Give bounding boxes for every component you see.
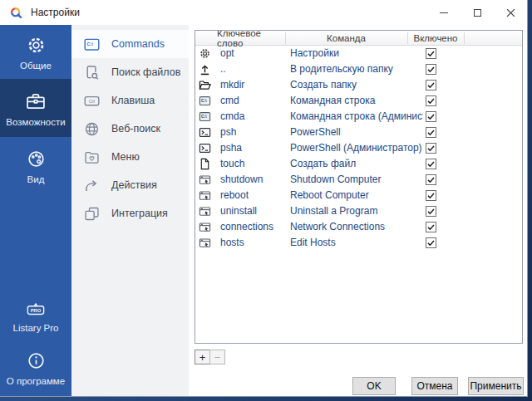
- table-row[interactable]: shutdown Shutdown Computer: [195, 172, 522, 188]
- row-enabled-checkbox[interactable]: [426, 143, 436, 154]
- row-keyword: ..: [220, 61, 226, 77]
- row-keyword: cmd: [220, 93, 239, 109]
- table-row[interactable]: touch Создать файл: [195, 156, 522, 172]
- ps-row-icon: [198, 141, 212, 155]
- cmd-row-icon: C:\: [198, 94, 212, 108]
- row-enabled-checkbox[interactable]: [426, 190, 436, 201]
- subnav: C:\ Commands Поиск файлов Ctrl Клавиша: [71, 25, 189, 396]
- row-keyword: mkdir: [220, 77, 244, 93]
- run-row-icon: [198, 173, 212, 187]
- sidebar-spacer: [0, 195, 71, 288]
- row-enabled-checkbox[interactable]: [426, 222, 436, 232]
- column-separator: [285, 32, 286, 44]
- sidebar-label: Общие: [20, 61, 52, 71]
- row-command: Создать файл: [290, 156, 423, 172]
- close-icon: [506, 8, 515, 17]
- row-command: Командная строка: [290, 93, 423, 109]
- sidebar-item-general[interactable]: Общие: [0, 25, 71, 79]
- table-row[interactable]: opt Настройки: [195, 46, 522, 61]
- gear-row-icon: [198, 46, 212, 61]
- table-row[interactable]: mkdir Создать папку: [195, 77, 522, 93]
- run-row-icon: [198, 204, 212, 218]
- subnav-label: Поиск файлов: [111, 66, 180, 78]
- row-enabled-checkbox[interactable]: [426, 237, 436, 248]
- column-header-enabled[interactable]: Включено: [407, 31, 464, 46]
- commands-table: Ключевое слово Команда Включено opt Наст…: [195, 30, 523, 344]
- run-row-icon: [198, 236, 212, 250]
- row-enabled-checkbox[interactable]: [426, 64, 436, 75]
- table-row[interactable]: hosts Edit Hosts: [195, 235, 522, 251]
- row-keyword: opt: [220, 46, 234, 61]
- table-row[interactable]: C:\ cmd Командная строка: [195, 93, 522, 109]
- subnav-item-integration[interactable]: Интеграция: [71, 199, 189, 227]
- ok-button[interactable]: OK: [352, 377, 396, 395]
- sidebar-label: Возможности: [6, 117, 65, 127]
- svg-text:Ctrl: Ctrl: [88, 99, 94, 103]
- checkmark-icon: [426, 128, 436, 137]
- table-row[interactable]: reboot Reboot Computer: [195, 188, 522, 203]
- add-command-button[interactable]: +: [195, 350, 210, 364]
- sidebar-item-appearance[interactable]: Вид: [0, 137, 71, 195]
- sidebar-item-about[interactable]: О программе: [0, 343, 71, 396]
- maximize-button[interactable]: [461, 0, 494, 25]
- subnav-label: Commands: [111, 38, 165, 50]
- checkmark-icon: [426, 112, 436, 121]
- menu-folder-heart-icon: [82, 148, 101, 166]
- row-enabled-checkbox[interactable]: [426, 111, 436, 122]
- subnav-item-actions[interactable]: Действия: [71, 171, 189, 199]
- maximize-icon: [474, 9, 481, 17]
- table-row[interactable]: psha PowerShell (Администратор): [195, 140, 522, 156]
- pro-badge-icon: PRO: [23, 299, 48, 319]
- table-row[interactable]: .. В родительскую папку: [195, 61, 522, 77]
- row-enabled-checkbox[interactable]: [426, 174, 436, 185]
- table-row[interactable]: connections Network Connections: [195, 219, 522, 235]
- run-row-icon: [198, 220, 212, 234]
- row-enabled-checkbox[interactable]: [426, 95, 436, 106]
- subnav-item-file-search[interactable]: Поиск файлов: [71, 58, 189, 86]
- remove-command-button[interactable]: −: [209, 350, 225, 364]
- subnav-label: Веб-поиск: [111, 123, 160, 134]
- table-row[interactable]: C:\ cmda Командная строка (Администрато: [195, 109, 522, 125]
- svg-text:C:\: C:\: [86, 41, 93, 46]
- row-keyword: cmda: [220, 109, 244, 125]
- sidebar-label: О программе: [7, 376, 65, 386]
- row-command: Командная строка (Администрато: [290, 109, 423, 125]
- sidebar-item-features[interactable]: Возможности: [0, 79, 71, 137]
- subnav-item-web-search[interactable]: Веб-поиск: [71, 115, 189, 143]
- row-enabled-checkbox[interactable]: [426, 159, 436, 169]
- subnav-item-hotkey[interactable]: Ctrl Клавиша: [71, 86, 189, 115]
- column-header-command[interactable]: Команда: [285, 31, 407, 46]
- subnav-item-commands[interactable]: C:\ Commands: [71, 30, 189, 58]
- minimize-icon: [440, 12, 448, 13]
- close-button[interactable]: [494, 0, 527, 25]
- apply-button[interactable]: Применить: [468, 377, 524, 395]
- row-command: PowerShell: [290, 125, 423, 140]
- row-command: Network Connections: [290, 219, 423, 235]
- row-command: Настройки: [290, 46, 423, 61]
- row-keyword: psha: [220, 140, 242, 156]
- checkmark-icon: [426, 175, 436, 184]
- briefcase-icon: [24, 90, 47, 113]
- row-enabled-checkbox[interactable]: [426, 80, 436, 90]
- minimize-button[interactable]: [427, 0, 461, 25]
- subnav-label: Клавиша: [111, 95, 155, 106]
- column-header-keyword[interactable]: Ключевое слово: [217, 31, 285, 46]
- row-command: PowerShell (Администратор): [290, 140, 423, 156]
- sidebar-item-listary-pro[interactable]: PRO Listary Pro: [0, 288, 71, 343]
- checkmark-icon: [426, 207, 436, 216]
- table-row[interactable]: uninstall Uninstall a Program: [195, 203, 522, 219]
- info-icon: [25, 350, 47, 372]
- table-row[interactable]: psh PowerShell: [195, 125, 522, 140]
- column-separator: [407, 32, 408, 44]
- cancel-button[interactable]: Отмена: [411, 377, 458, 395]
- row-enabled-checkbox[interactable]: [426, 127, 436, 138]
- row-enabled-checkbox[interactable]: [426, 48, 436, 59]
- svg-text:C:\: C:\: [201, 115, 207, 119]
- subnav-item-menu[interactable]: Меню: [71, 143, 189, 171]
- actions-arrow-icon: [82, 176, 101, 194]
- cmd-row-icon: C:\: [198, 110, 212, 124]
- sidebar: Общие Возможности Вид PRO Listary Pro: [0, 25, 71, 396]
- row-keyword: hosts: [220, 235, 244, 251]
- row-command: Shutdown Computer: [290, 172, 423, 188]
- row-enabled-checkbox[interactable]: [426, 206, 436, 217]
